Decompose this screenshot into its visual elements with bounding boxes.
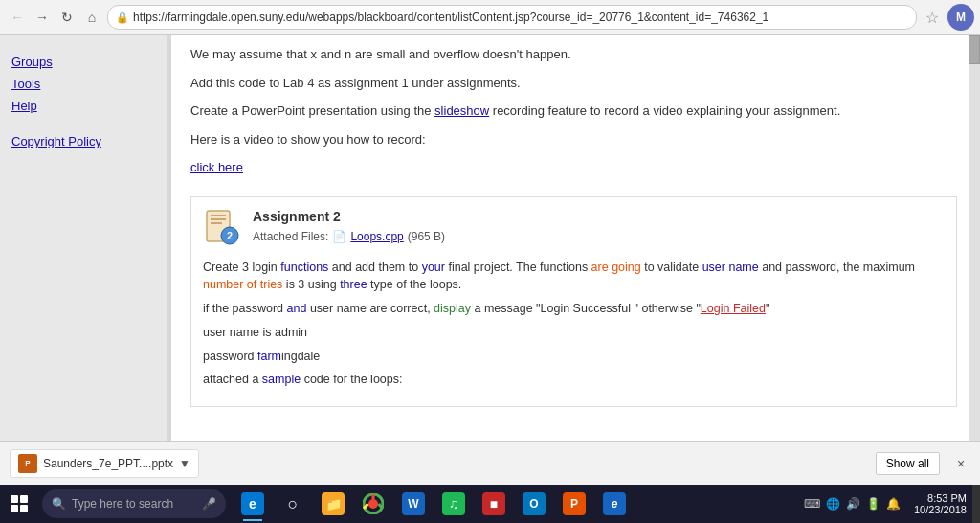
text-block: We may assume that x and n are small and… [190, 45, 957, 177]
lock-icon: 🔒 [116, 11, 129, 24]
ppt-icon: P [18, 454, 37, 473]
login-failed-link[interactable]: Login Failed [701, 302, 766, 315]
spotify-icon: ♫ [442, 492, 465, 515]
download-arrow[interactable]: ▼ [179, 457, 190, 470]
tray-notification-icon[interactable]: 🔔 [886, 497, 901, 511]
desc-4: password farmingdale [203, 348, 945, 366]
taskbar-app-ppt[interactable]: P [555, 485, 593, 523]
paragraph-2: Add this code to Lab 4 as assignment 1 u… [190, 74, 957, 93]
taskbar-apps: e ○ 📁 W ♫ ■ [230, 485, 796, 523]
desc-3: user name is admin [203, 324, 945, 342]
content-inner: We may assume that x and n are small and… [171, 35, 976, 495]
taskbar-clock[interactable]: 8:53 PM 10/23/2018 [908, 492, 972, 515]
address-bar[interactable]: 🔒 [107, 5, 917, 30]
desc-5: attached a sample code for the loops: [203, 371, 945, 389]
content-area: We may assume that x and n are small and… [167, 35, 980, 495]
show-desktop-button[interactable] [972, 485, 980, 523]
click-here-paragraph: click here [190, 158, 957, 177]
sidebar-item-help[interactable]: Help [0, 95, 167, 117]
sidebar-item-groups[interactable]: Groups [0, 51, 167, 73]
outlook-icon: O [523, 492, 546, 515]
svg-text:2: 2 [227, 230, 233, 241]
file-link[interactable]: Loops.cpp [350, 230, 403, 243]
profile-button[interactable]: M [947, 4, 974, 31]
show-all-button[interactable]: Show all [876, 452, 940, 475]
taskbar-app-explorer[interactable]: 📁 [314, 485, 352, 523]
content-scroll[interactable]: We may assume that x and n are small and… [167, 35, 980, 495]
back-button[interactable]: ← [6, 6, 29, 29]
para3-prefix: Create a PowerPoint presentation using t… [190, 103, 434, 118]
file-size: (965 B) [408, 230, 445, 243]
taskbar-app-spotify[interactable]: ♫ [434, 485, 473, 523]
search-input[interactable] [72, 497, 196, 511]
browser-chrome: ← → ↻ ⌂ 🔒 ☆ M [0, 0, 980, 35]
assignment-icon: 2 [203, 209, 241, 247]
tray-battery-icon[interactable]: 🔋 [866, 497, 880, 511]
taskbar-app-word[interactable]: W [394, 485, 433, 523]
attached-files: Attached Files: 📄 Loops.cpp (965 B) [253, 230, 445, 243]
taskbar-app-cortana[interactable]: ○ [274, 485, 312, 523]
paragraph-1: We may assume that x and n are small and… [190, 45, 957, 64]
assignment-header: 2 Assignment 2 Attached Files: 📄 Loops.c… [203, 209, 945, 251]
home-button[interactable]: ⌂ [80, 6, 103, 29]
download-filename: Saunders_7e_PPT....pptx [43, 457, 173, 470]
sidebar-item-copyright[interactable]: Copyright Policy [0, 128, 167, 154]
svg-rect-3 [211, 222, 222, 224]
clock-time: 8:53 PM [927, 492, 967, 504]
download-item: P Saunders_7e_PPT....pptx ▼ [10, 449, 199, 478]
attached-label: Attached Files: [253, 230, 328, 243]
taskbar-tray: ⌨ 🌐 🔊 🔋 🔔 [796, 497, 908, 511]
svg-point-7 [368, 499, 378, 509]
paragraph-3: Create a PowerPoint presentation using t… [190, 102, 957, 121]
cortana-icon: ○ [281, 492, 304, 515]
svg-rect-1 [211, 215, 226, 216]
sidebar-item-tools[interactable]: Tools [0, 73, 167, 95]
svg-rect-2 [211, 218, 226, 220]
refresh-button[interactable]: ↻ [56, 6, 78, 29]
main-layout: Groups Tools Help Copyright Policy We ma… [0, 35, 980, 495]
explorer-icon: 📁 [322, 492, 345, 515]
file-icon: 📄 [332, 230, 346, 243]
ie-icon: e [603, 492, 626, 515]
desc-1: Create 3 login functions and add them to… [203, 259, 945, 295]
assignment-title: Assignment 2 [253, 209, 445, 224]
desc-2: if the password and user name are correc… [203, 300, 945, 318]
app6-icon: ■ [482, 492, 505, 515]
forward-button[interactable]: → [31, 6, 54, 29]
tray-keyboard-icon[interactable]: ⌨ [804, 497, 820, 511]
tray-volume-icon[interactable]: 🔊 [846, 497, 860, 511]
word-icon: W [402, 492, 425, 515]
microphone-icon: 🎤 [202, 497, 216, 511]
para3-middle: recording feature to record a video expl… [489, 103, 840, 118]
taskbar-app-outlook[interactable]: O [515, 485, 553, 523]
chrome-icon [362, 492, 385, 515]
scrollbar-track[interactable] [969, 35, 980, 495]
edge-icon: e [241, 492, 264, 515]
bookmark-button[interactable]: ☆ [921, 6, 944, 29]
browser-toolbar: ← → ↻ ⌂ 🔒 ☆ M [0, 0, 980, 34]
taskbar-app-6[interactable]: ■ [475, 485, 513, 523]
download-close-button[interactable]: × [951, 454, 970, 473]
taskbar-app-chrome[interactable] [354, 485, 392, 523]
assignment-content: Assignment 2 Attached Files: 📄 Loops.cpp… [253, 209, 445, 251]
scrollbar-thumb[interactable] [969, 35, 980, 64]
address-input[interactable] [133, 11, 908, 24]
download-bar: P Saunders_7e_PPT....pptx ▼ Show all × [0, 441, 980, 485]
paragraph-4: Here is a video to show you how to recor… [190, 130, 957, 149]
taskbar-app-edge[interactable]: e [234, 485, 272, 523]
clock-date: 10/23/2018 [914, 504, 967, 515]
nav-buttons: ← → ↻ ⌂ [6, 6, 103, 29]
assignment-2-box: 2 Assignment 2 Attached Files: 📄 Loops.c… [190, 196, 957, 408]
search-icon: 🔍 [52, 497, 66, 511]
taskbar-app-ie[interactable]: e [595, 485, 634, 523]
taskbar: 🔍 🎤 e ○ 📁 W [0, 485, 980, 523]
powerpoint-icon: P [563, 492, 586, 515]
taskbar-search[interactable]: 🔍 🎤 [42, 489, 226, 518]
assignment-desc: Create 3 login functions and add them to… [203, 259, 945, 390]
slideshow-link[interactable]: slideshow [434, 103, 489, 118]
tray-network-icon[interactable]: 🌐 [826, 497, 840, 511]
start-button[interactable] [0, 485, 38, 523]
click-here-link[interactable]: click here [190, 160, 243, 174]
sidebar: Groups Tools Help Copyright Policy [0, 35, 167, 495]
windows-icon [11, 495, 28, 512]
